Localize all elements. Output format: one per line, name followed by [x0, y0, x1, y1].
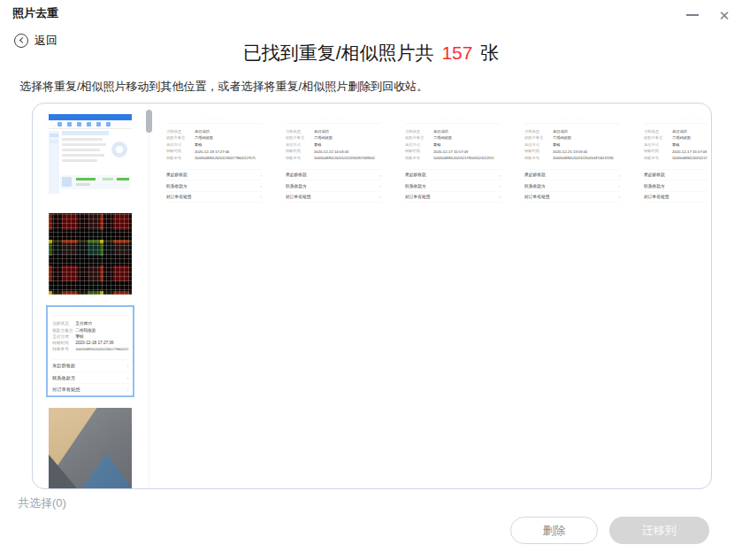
- chevron-right-icon: ›: [618, 173, 620, 178]
- receipt-field-row: 转账单号100050489012020121781051124122570: [405, 155, 501, 162]
- thumbnail-receipt-content: · · · · · 当前状态支付成功收款方备注二维码收款支付方式零钱转账时间20…: [49, 308, 132, 395]
- receipt-field-row: 转账时间2020-12-17 15:57:09: [405, 148, 501, 155]
- chevron-right-icon: ›: [260, 183, 262, 188]
- receipt-header-placeholder: · · · · ·: [286, 112, 381, 123]
- page-title-suffix: 张: [480, 42, 499, 63]
- photo-preview-receipt[interactable]: · · · · · 当前状态支付成功收款方备注二维码收款支付方式零钱转账时间20…: [162, 112, 266, 220]
- photo-preview-receipt[interactable]: · · · · · 当前状态支付成功收款方备注二维码收款支付方式零钱转账时间20…: [639, 112, 708, 220]
- chevron-right-icon: ›: [618, 195, 620, 200]
- receipt-link-row: 联系收款方›: [405, 180, 501, 192]
- chevron-right-icon: ›: [127, 363, 129, 368]
- photo-preview-receipt[interactable]: · · · · · 当前状态支付成功收款方备注二维码收款支付方式零钱转账时间20…: [520, 112, 624, 220]
- mini-donut-chart: [111, 142, 127, 157]
- receipt-fields: 当前状态支付成功收款方备注二维码收款支付方式零钱转账时间2020-12-17 1…: [644, 124, 708, 165]
- receipt-field-row: 收款方备注二维码收款: [524, 134, 620, 142]
- receipt-link-row: 对订单有疑惑›: [524, 191, 620, 203]
- chevron-right-icon: ›: [499, 183, 501, 188]
- photo-preview-receipt[interactable]: · · · · · 当前状态支付成功收款方备注二维码收款支付方式零钱转账时间20…: [281, 112, 386, 220]
- receipt-field-row: 转账单号100050489012020121801778602127571: [166, 155, 262, 162]
- receipt-field-row: 支付方式零钱: [166, 142, 262, 149]
- receipt-fields: 当前状态支付成功收款方备注二维码收款支付方式零钱转账时间2020-12-17 1…: [405, 124, 501, 165]
- page-title: 已找到重复/相似照片共 157 张: [0, 41, 742, 65]
- receipt-link-row: 发起群收款›: [166, 169, 262, 180]
- mini-titlebar: [49, 114, 132, 120]
- chevron-right-icon: ›: [499, 195, 501, 200]
- receipt-strip: · · · · · 当前状态支付成功收款方备注二维码收款支付方式零钱转账时间20…: [162, 112, 708, 227]
- window-title: 照片去重: [12, 5, 58, 21]
- thumbnail-app-screenshot[interactable]: [49, 114, 132, 194]
- chevron-right-icon: ›: [379, 195, 381, 200]
- receipt-links: 发起群收款›联系收款方›对订单有疑惑›: [524, 169, 620, 203]
- thumbnail-plaid-fabric[interactable]: [49, 213, 132, 295]
- delete-button[interactable]: 删除: [510, 517, 598, 544]
- wechat-receipt: · · · · · 当前状态支付成功收款方备注二维码收款支付方式零钱转账时间20…: [520, 112, 624, 203]
- receipt-link-row: 对订单有疑惑›: [405, 191, 501, 203]
- chevron-right-icon: ›: [379, 183, 381, 188]
- receipt-link-row: 发起群收款›: [405, 169, 501, 180]
- chevron-right-icon: ›: [379, 173, 381, 178]
- chevron-right-icon: ›: [127, 387, 129, 392]
- chevron-right-icon: ›: [499, 173, 501, 178]
- thumbnail-paper-shapes[interactable]: [49, 408, 132, 488]
- wechat-receipt: · · · · · 当前状态支付成功收款方备注二维码收款支付方式零钱转账时间20…: [281, 112, 386, 203]
- minimize-button[interactable]: [681, 4, 704, 27]
- receipt-fields: 当前状态支付成功收款方备注二维码收款支付方式零钱转账时间2020-12-18 1…: [52, 316, 128, 356]
- migrate-button[interactable]: 迁移到: [609, 517, 709, 544]
- receipt-field-row: 收款方备注二维码收款: [52, 326, 128, 333]
- receipt-header-placeholder: · · · · ·: [524, 112, 620, 123]
- photo-preview-receipt[interactable]: · · · · · 当前状态支付成功收款方备注二维码收款支付方式零钱转账时间20…: [401, 112, 505, 220]
- results-panel: · · · · · 当前状态支付成功收款方备注二维码收款支付方式零钱转账时间20…: [32, 103, 712, 489]
- receipt-fields: 当前状态支付成功收款方备注二维码收款支付方式零钱转账时间2020-12-18 1…: [166, 124, 262, 165]
- receipt-link-row: 发起群收款›: [644, 169, 708, 180]
- receipt-links: 发起群收款›联系收款方›对订单有疑惑›: [405, 169, 501, 203]
- receipt-link-row: 发起群收款›: [52, 359, 128, 372]
- receipt-links: 发起群收款›联系收款方›对订单有疑惑›: [52, 359, 128, 395]
- rail-scrollbar-thumb[interactable]: [146, 110, 152, 133]
- receipt-link-row: 发起群收款›: [524, 169, 620, 180]
- receipt-field-row: 收款方备注二维码收款: [166, 134, 262, 142]
- receipt-links: 发起群收款›联系收款方›对订单有疑惑›: [286, 169, 381, 203]
- receipt-field-row: 当前状态支付成功: [286, 128, 381, 135]
- wechat-receipt: · · · · · 当前状态支付成功收款方备注二维码收款支付方式零钱转账时间20…: [49, 308, 132, 395]
- receipt-field-row: 转账单号100050489012020121801778602127571: [52, 346, 128, 352]
- receipt-link-row: 联系收款方›: [286, 180, 381, 192]
- receipt-link-row: 对订单有疑惑›: [166, 191, 262, 203]
- selection-count: 共选择(0): [18, 495, 66, 511]
- chevron-right-icon: ›: [618, 183, 620, 188]
- plaid-pattern: [49, 213, 132, 295]
- receipt-field-row: 支付方式零钱: [644, 142, 708, 149]
- receipt-field-row: 支付方式零钱: [405, 142, 501, 149]
- thumbnail-payment-receipt-selected[interactable]: · · · · · 当前状态支付成功收款方备注二维码收款支付方式零钱转账时间20…: [46, 305, 134, 397]
- receipt-fields: 当前状态支付成功收款方备注二维码收款支付方式零钱转账时间2020-12-25 1…: [524, 124, 620, 165]
- chevron-right-icon: ›: [260, 195, 262, 200]
- receipt-link-row: 联系收款方›: [166, 180, 262, 192]
- instruction-text: 选择将重复/相似照片移动到其他位置，或者选择将重复/相似照片删除到回收站。: [19, 79, 428, 95]
- receipt-field-row: 当前状态支付成功: [644, 128, 708, 135]
- duplicate-count: 157: [439, 42, 475, 63]
- receipt-link-row: 对订单有疑惑›: [52, 383, 128, 395]
- minimize-icon: [686, 14, 699, 16]
- chevron-right-icon: ›: [260, 173, 262, 178]
- receipt-field-row: 转账时间2020-12-17 15:57:09: [644, 148, 708, 155]
- receipt-link-row: 联系收款方›: [644, 180, 708, 192]
- receipt-header-placeholder: · · · · ·: [644, 112, 708, 123]
- receipt-links: 发起群收款›联系收款方›对订单有疑惑›: [644, 169, 708, 203]
- receipt-field-row: 当前状态支付成功: [405, 128, 501, 135]
- receipt-field-row: 转账单号100050489012020121781351124122570: [644, 155, 708, 162]
- wechat-receipt: · · · · · 当前状态支付成功收款方备注二维码收款支付方式零钱转账时间20…: [162, 112, 266, 203]
- chevron-right-icon: ›: [127, 375, 129, 380]
- receipt-field-row: 转账单号100050489012020122201941927483502: [286, 155, 381, 162]
- rail-scrollbar-track: [149, 104, 149, 488]
- close-button[interactable]: ✕: [713, 4, 736, 27]
- receipt-field-row: 转账时间2020-12-18 17:27:06: [166, 148, 262, 155]
- receipt-header-placeholder: · · · · ·: [166, 112, 262, 123]
- receipt-fields: 当前状态支付成功收款方备注二维码收款支付方式零钱转账时间2020-12-22 1…: [286, 124, 381, 165]
- receipt-field-row: 转账时间2020-12-25 13:59:41: [524, 148, 620, 155]
- receipt-field-row: 收款方备注二维码收款: [405, 134, 501, 142]
- receipt-link-row: 对订单有疑惑›: [286, 191, 381, 203]
- receipt-link-row: 联系收款方›: [524, 180, 620, 192]
- receipt-field-row: 当前状态支付成功: [52, 320, 128, 326]
- receipt-header-placeholder: · · · · ·: [52, 308, 128, 315]
- receipt-field-row: 收款方备注二维码收款: [286, 134, 381, 142]
- receipt-field-row: 转账时间2020-12-22 14:03:43: [286, 148, 381, 155]
